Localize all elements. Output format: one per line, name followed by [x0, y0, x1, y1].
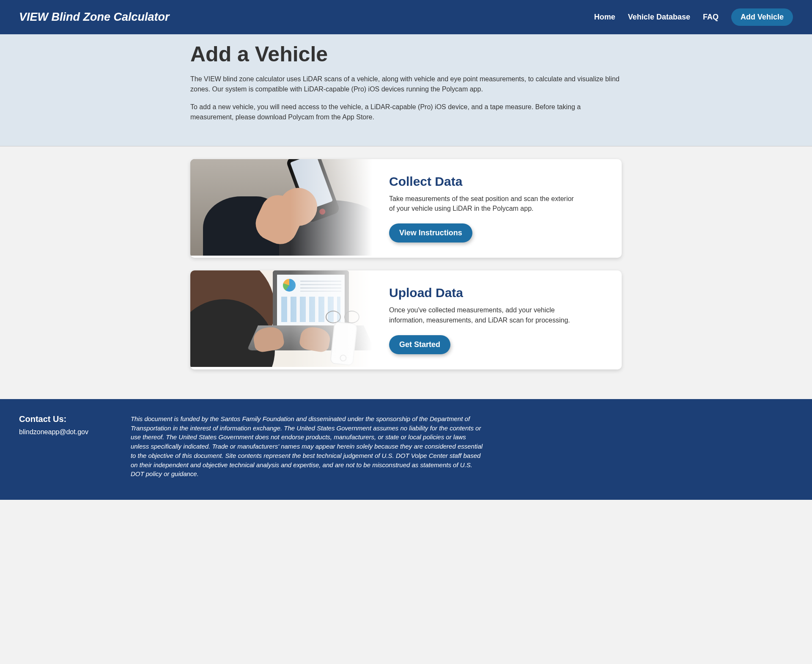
- collect-data-text: Take measurements of the seat position a…: [389, 194, 579, 213]
- footer: Contact Us: blindzoneapp@dot.gov This do…: [0, 399, 812, 500]
- upload-data-image: [190, 270, 372, 367]
- collect-data-card: Collect Data Take measurements of the se…: [190, 159, 622, 258]
- collect-data-title: Collect Data: [389, 174, 579, 189]
- navbar: VIEW Blind Zone Calculator Home Vehicle …: [0, 0, 812, 34]
- brand-title[interactable]: VIEW Blind Zone Calculator: [19, 11, 577, 24]
- cards-section: Collect Data Take measurements of the se…: [0, 146, 812, 399]
- view-instructions-button[interactable]: View Instructions: [389, 223, 472, 242]
- hero-section: Add a Vehicle The VIEW blind zone calcul…: [0, 34, 812, 146]
- contact-heading: Contact Us:: [19, 414, 88, 424]
- footer-disclaimer: This document is funded by the Santos Fa…: [131, 414, 486, 479]
- upload-data-card: Upload Data Once you've collected measur…: [190, 270, 622, 369]
- collect-data-image: [190, 159, 372, 256]
- hero-paragraph-1: The VIEW blind zone calculator uses LiDA…: [190, 74, 622, 94]
- upload-data-title: Upload Data: [389, 286, 579, 300]
- contact-email[interactable]: blindzoneapp@dot.gov: [19, 428, 88, 436]
- footer-contact: Contact Us: blindzoneapp@dot.gov: [19, 414, 88, 479]
- nav-home[interactable]: Home: [594, 13, 615, 22]
- hero-paragraph-2: To add a new vehicle, you will need acce…: [190, 102, 622, 122]
- get-started-button[interactable]: Get Started: [389, 335, 450, 354]
- page-title: Add a Vehicle: [190, 42, 622, 66]
- nav-links: Home Vehicle Database FAQ Add Vehicle: [594, 8, 793, 26]
- nav-vehicle-database[interactable]: Vehicle Database: [628, 13, 690, 22]
- nav-faq[interactable]: FAQ: [703, 13, 719, 22]
- upload-data-text: Once you've collected measurements, add …: [389, 305, 579, 325]
- nav-add-vehicle-button[interactable]: Add Vehicle: [731, 8, 793, 26]
